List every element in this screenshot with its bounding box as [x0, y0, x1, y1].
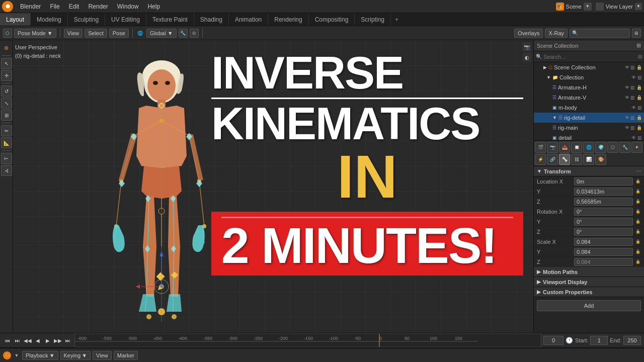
custom-properties-header[interactable]: ▶ Custom Properties	[534, 287, 644, 297]
rotation-y-value[interactable]: 0°	[574, 218, 633, 226]
view-layer-expand[interactable]: ▼	[635, 3, 642, 10]
jump-start-button[interactable]: ⏮	[3, 336, 12, 345]
rotation-x-lock[interactable]: 🔒	[635, 209, 641, 215]
marker-dropdown[interactable]: Marker	[114, 351, 138, 360]
outliner-item-rig-main[interactable]: ☰ rig-main 👁 ▥ 🔒	[534, 123, 644, 133]
tab-rendering[interactable]: Rendering	[268, 13, 308, 26]
prop-tab-particles[interactable]: ✦	[631, 142, 642, 153]
outliner-item-rig-detail[interactable]: ▼ ☰ rig-detail 👁 ▥ 🔒	[534, 113, 644, 123]
view-menu[interactable]: View	[64, 29, 83, 38]
prop-tab-material[interactable]: 🎨	[595, 154, 606, 165]
viewport-display-header[interactable]: ▶ Viewport Display	[534, 277, 644, 287]
transform-section-header[interactable]: ▼ Transform ⋯	[534, 166, 644, 176]
shading-mode-icon[interactable]: ◐	[522, 53, 531, 62]
step-forward-button[interactable]: ▶▶	[53, 336, 62, 345]
scene-expand[interactable]: ▼	[584, 3, 592, 11]
prop-tab-render[interactable]: 📷	[547, 142, 558, 153]
filter-icon[interactable]: ⊟	[638, 54, 642, 59]
outliner-search-input[interactable]	[543, 54, 638, 60]
location-z-value[interactable]: 0.56585m	[574, 198, 633, 206]
prop-tab-scene[interactable]: 🎬	[535, 142, 546, 153]
prop-tab-output[interactable]: 📤	[559, 142, 570, 153]
outliner-item-detail[interactable]: ▣ detail 👁 ▥	[534, 133, 644, 141]
outliner-item-mbody[interactable]: ▣ m-body 👁 ▥	[534, 103, 644, 113]
scale-z-value[interactable]: 0.084	[574, 258, 633, 266]
rotation-z-lock[interactable]: 🔒	[635, 229, 641, 235]
scale-x-lock[interactable]: 🔒	[635, 239, 641, 245]
tab-modeling[interactable]: Modeling	[31, 13, 68, 26]
tab-uv-editing[interactable]: UV Editing	[105, 13, 146, 26]
menu-blender[interactable]: Blender	[16, 2, 45, 11]
pose-mode-dropdown[interactable]: Pose Mode ▼	[14, 29, 56, 38]
jump-prev-keyframe-button[interactable]: ⏭	[13, 336, 22, 345]
scale-y-lock[interactable]: 🔒	[635, 249, 641, 255]
orientation-dropdown[interactable]: Global ▼	[146, 29, 177, 38]
filter-icon[interactable]: ⊞	[632, 29, 641, 38]
outliner-filter-icon[interactable]: ⊞	[636, 42, 641, 49]
timeline-ruler[interactable]: -600 -550 -500 -450 -400 -350 -300 -250 …	[74, 333, 541, 347]
xray-btn[interactable]: X-Ray	[545, 29, 568, 38]
play-back-button[interactable]: ◀	[33, 336, 42, 345]
viewport-3d[interactable]: INVERSE KINEMATICS IN 2 MINUTES! User Pe…	[13, 40, 533, 333]
tab-texture-paint[interactable]: Texture Paint	[146, 13, 194, 26]
current-frame-input[interactable]	[543, 336, 564, 345]
add-property-button[interactable]: Add	[537, 300, 641, 311]
outliner-item-collection[interactable]: ▼ 📁 Collection 👁 ▥	[534, 72, 644, 82]
tab-layout[interactable]: Layout	[0, 13, 31, 26]
location-z-lock[interactable]: 🔒	[635, 199, 641, 205]
end-frame-input[interactable]	[623, 336, 641, 345]
view-dropdown[interactable]: View	[93, 351, 112, 360]
rotation-y-lock[interactable]: 🔒	[635, 219, 641, 225]
prop-tab-scene2[interactable]: 🌐	[583, 142, 594, 153]
scale-z-lock[interactable]: 🔒	[635, 259, 641, 265]
step-back-button[interactable]: ◀◀	[23, 336, 32, 345]
prop-tab-physics[interactable]: ⚡	[535, 154, 546, 165]
rotation-z-value[interactable]: 0°	[574, 228, 633, 236]
add-workspace-button[interactable]: +	[391, 14, 403, 25]
location-y-lock[interactable]: 🔒	[635, 189, 641, 195]
prop-tab-bone[interactable]: 🦴	[559, 154, 570, 165]
outliner-item-armature-h[interactable]: ☰ Armature-H 👁 ▥ 🔒	[534, 82, 644, 93]
tab-shading[interactable]: Shading	[194, 13, 229, 26]
scale-x-value[interactable]: 0.084	[574, 238, 633, 246]
measure-tool[interactable]: 📐	[1, 137, 12, 148]
select-menu[interactable]: Select	[85, 29, 107, 38]
overlay-btn[interactable]: Overlays	[514, 29, 543, 38]
prop-tab-bone-constraints[interactable]: ⛓	[571, 154, 582, 165]
tab-compositing[interactable]: Compositing	[309, 13, 355, 26]
search-bar[interactable]: 🔍	[570, 29, 630, 38]
annotate-tool[interactable]: ✏	[1, 125, 12, 136]
pose-tool-2[interactable]: ⊰	[1, 165, 12, 176]
motion-paths-header[interactable]: ▶ Motion Paths	[534, 267, 644, 277]
location-y-value[interactable]: 0.034613m	[574, 188, 633, 196]
playback-mode-dropdown-icon[interactable]: ▼	[13, 352, 20, 359]
location-x-lock[interactable]: 🔒	[635, 178, 641, 185]
jump-end-button[interactable]: ⏭	[63, 336, 72, 345]
tab-scripting[interactable]: Scripting	[355, 13, 391, 26]
rotation-x-value[interactable]: 0°	[574, 208, 633, 216]
menu-edit[interactable]: Edit	[65, 2, 84, 11]
proportional-edit-icon[interactable]: ⊙	[190, 29, 199, 38]
prop-tab-object[interactable]: ⬡	[607, 142, 618, 153]
menu-window[interactable]: Window	[113, 2, 143, 11]
prop-tab-constraints[interactable]: 🔗	[547, 154, 558, 165]
menu-render[interactable]: Render	[84, 2, 112, 11]
outliner-item-armature-v[interactable]: ☰ Armature-V 👁 ▥ 🔒	[534, 93, 644, 103]
viewport-icon-btn[interactable]: ⬡	[3, 29, 12, 38]
camera-view-icon[interactable]: 📷	[522, 42, 531, 51]
tab-animation[interactable]: Animation	[229, 13, 268, 26]
cursor-tool[interactable]: ↖	[1, 58, 12, 69]
rotate-tool[interactable]: ↺	[1, 85, 12, 97]
prop-tab-viewlayer[interactable]: 🔲	[571, 142, 582, 153]
transform-tool[interactable]: ⊞	[1, 110, 12, 121]
pose-menu[interactable]: Pose	[109, 29, 129, 38]
outliner-item-scene-collection[interactable]: ▶ ⬡ Scene Collection 👁 ▥ 🔒	[534, 62, 644, 72]
scale-tool[interactable]: ⤡	[1, 98, 12, 109]
play-button[interactable]: ▶	[43, 336, 52, 345]
keying-dropdown[interactable]: Keying ▼	[60, 351, 91, 360]
snap-icon[interactable]: 🔧	[179, 29, 188, 38]
tab-sculpting[interactable]: Sculpting	[68, 13, 105, 26]
location-x-value[interactable]: 0m	[574, 177, 633, 186]
prop-tab-world[interactable]: 🌍	[595, 142, 606, 153]
menu-help[interactable]: Help	[143, 2, 164, 11]
